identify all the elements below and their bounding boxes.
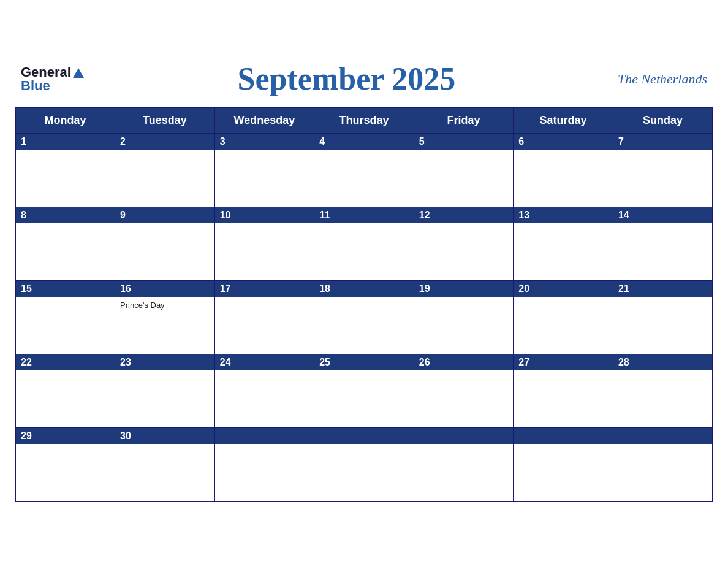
logo: General Blue: [21, 65, 84, 93]
day-cell: 27: [514, 354, 613, 428]
day-cell: [214, 428, 314, 502]
day-number: 24: [215, 354, 314, 370]
header-thursday: Thursday: [314, 107, 414, 134]
day-cell: [314, 428, 414, 502]
day-cell: 23: [115, 354, 215, 428]
day-cell: 9: [115, 207, 215, 281]
day-cell: 25: [314, 354, 414, 428]
day-cell: 26: [414, 354, 514, 428]
empty-day-number: [215, 428, 314, 444]
empty-day-number: [414, 428, 514, 444]
day-number: 16: [115, 281, 214, 297]
day-cell: 3: [214, 134, 314, 207]
day-number: 7: [613, 134, 712, 150]
day-cell: 24: [214, 354, 314, 428]
day-number: 14: [613, 207, 712, 223]
day-number: 10: [215, 207, 314, 223]
day-number: 12: [414, 207, 514, 223]
header-monday: Monday: [15, 107, 115, 134]
country-label: The Netherlands: [609, 71, 707, 87]
holiday-label: Prince's Day: [115, 297, 214, 313]
day-number: 3: [215, 134, 314, 150]
header-sunday: Sunday: [613, 107, 713, 134]
day-number: 28: [613, 354, 712, 370]
week-row-1: 1234567: [15, 134, 713, 207]
week-row-4: 22232425262728: [15, 354, 713, 428]
day-cell: 5: [414, 134, 514, 207]
day-number: 11: [314, 207, 414, 223]
day-number: 13: [514, 207, 613, 223]
day-cell: [414, 428, 514, 502]
day-cell: 11: [314, 207, 414, 281]
header-saturday: Saturday: [514, 107, 613, 134]
day-cell: 21: [613, 281, 713, 354]
month-title: September 2025: [238, 61, 456, 97]
day-number: 18: [314, 281, 414, 297]
weekday-header-row: Monday Tuesday Wednesday Thursday Friday…: [15, 107, 713, 134]
empty-day-number: [514, 428, 613, 444]
day-cell: 18: [314, 281, 414, 354]
header-wednesday: Wednesday: [214, 107, 314, 134]
day-number: 21: [613, 281, 712, 297]
day-number: 1: [16, 134, 115, 150]
day-number: 9: [115, 207, 214, 223]
day-number: 25: [314, 354, 414, 370]
day-cell: 6: [514, 134, 613, 207]
day-number: 17: [215, 281, 314, 297]
header-friday: Friday: [414, 107, 514, 134]
day-cell: 7: [613, 134, 713, 207]
day-cell: 13: [514, 207, 613, 281]
day-number: 23: [115, 354, 214, 370]
empty-day-number: [314, 428, 414, 444]
day-number: 22: [16, 354, 115, 370]
day-number: 29: [16, 428, 115, 444]
calendar-container: General Blue September 2025 The Netherla…: [15, 48, 713, 515]
week-row-3: 1516Prince's Day1718192021: [15, 281, 713, 354]
day-number: 6: [514, 134, 613, 150]
day-number: 19: [414, 281, 514, 297]
day-number: 5: [414, 134, 514, 150]
week-row-5: 2930: [15, 428, 713, 502]
day-cell: 22: [15, 354, 115, 428]
day-number: 20: [514, 281, 613, 297]
day-cell: 19: [414, 281, 514, 354]
day-cell: 17: [214, 281, 314, 354]
day-number: 8: [16, 207, 115, 223]
calendar-grid: Monday Tuesday Wednesday Thursday Friday…: [15, 107, 713, 502]
day-cell: 29: [15, 428, 115, 502]
day-cell: [613, 428, 713, 502]
day-number: 15: [16, 281, 115, 297]
week-row-2: 891011121314: [15, 207, 713, 281]
day-number: 30: [115, 428, 214, 444]
day-cell: 4: [314, 134, 414, 207]
day-cell: 30: [115, 428, 215, 502]
header-tuesday: Tuesday: [115, 107, 215, 134]
day-cell: 8: [15, 207, 115, 281]
day-cell: 2: [115, 134, 215, 207]
day-number: 27: [514, 354, 613, 370]
day-number: 26: [414, 354, 514, 370]
day-cell: 28: [613, 354, 713, 428]
day-cell: 10: [214, 207, 314, 281]
calendar-header: General Blue September 2025 The Netherla…: [15, 61, 713, 97]
day-cell: 16Prince's Day: [115, 281, 215, 354]
day-cell: [514, 428, 613, 502]
day-cell: 15: [15, 281, 115, 354]
day-number: 4: [314, 134, 414, 150]
day-cell: 12: [414, 207, 514, 281]
day-cell: 20: [514, 281, 613, 354]
empty-day-number: [613, 428, 712, 444]
day-number: 2: [115, 134, 214, 150]
day-cell: 1: [15, 134, 115, 207]
day-cell: 14: [613, 207, 713, 281]
